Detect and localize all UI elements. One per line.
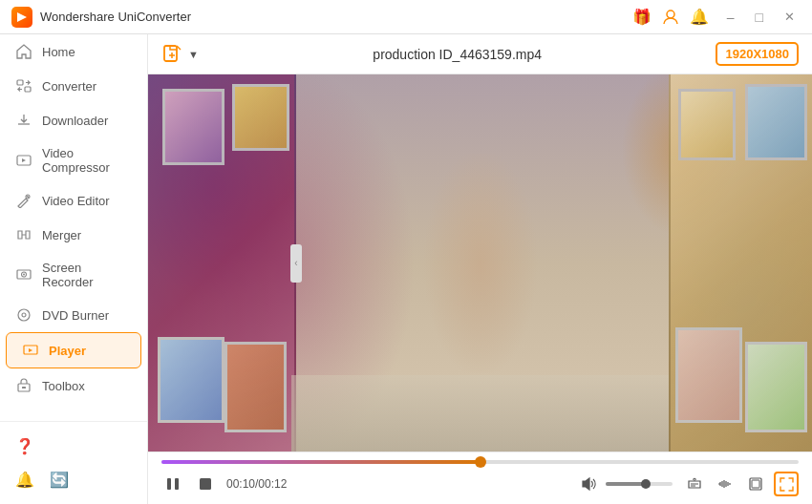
sidebar: Home Converter Downloader [0,34,148,504]
sidebar-label-dvd-burner: DVD Burner [42,308,109,323]
video-compressor-icon [15,152,32,169]
titlebar: Wondershare UniConverter 🎁 🔔 – □ ✕ [0,0,812,34]
time-display: 00:10/00:12 [226,477,287,491]
content-area: ▼ production ID_4463159.mp4 1920X1080 [148,34,812,504]
notification-bottom-icon[interactable]: 🔔 [15,471,34,489]
svg-rect-13 [22,387,26,388]
sidebar-item-home[interactable]: Home [0,34,147,69]
collapse-sidebar-handle[interactable]: ‹ [290,244,302,283]
gift-icon[interactable]: 🎁 [631,7,652,28]
add-file-icon [161,43,184,66]
crop-icon [748,476,763,492]
sidebar-help-button[interactable]: ❓ [0,430,147,463]
refresh-icon[interactable]: 🔄 [50,471,69,489]
stop-icon [199,477,212,491]
sidebar-label-toolbox: Toolbox [42,379,85,393]
downloader-icon [15,112,32,129]
sidebar-item-player[interactable]: Player [6,332,141,368]
sidebar-label-player: Player [49,344,86,358]
svg-rect-19 [752,480,759,488]
video-controls: 00:10/00:12 [148,452,812,504]
merger-icon [15,226,32,243]
fullscreen-icon [780,477,794,492]
svg-rect-17 [200,478,211,490]
sidebar-label-video-compressor: Video Compressor [42,146,132,175]
person-figure [404,154,557,373]
svg-marker-0 [17,12,27,22]
painting-left [148,74,296,452]
volume-button[interactable] [577,472,600,495]
svg-rect-3 [25,87,31,92]
screen-recorder-icon [15,266,32,284]
crop-button[interactable] [743,472,768,496]
stop-button[interactable] [194,472,217,495]
svg-rect-2 [17,80,23,85]
pause-icon [165,476,181,492]
minimize-button[interactable]: – [721,8,740,27]
right-controls [682,472,799,496]
logo-icon [15,10,29,24]
svg-point-9 [18,309,30,321]
resolution-badge[interactable]: 1920X1080 [716,42,799,66]
volume-slider[interactable] [606,482,673,486]
main-layout: Home Converter Downloader [0,34,812,504]
svg-point-8 [23,274,25,276]
painting-right [669,74,812,452]
home-icon [15,43,32,60]
sidebar-item-downloader[interactable]: Downloader [0,103,147,137]
volume-icon [581,476,596,492]
maximize-button[interactable]: □ [750,8,769,27]
add-file-button[interactable]: ▼ [161,43,199,66]
sidebar-label-video-editor: Video Editor [42,194,110,208]
add-file-chevron: ▼ [188,49,199,60]
sidebar-label-home: Home [42,45,75,59]
svg-point-1 [667,10,674,18]
sidebar-label-converter: Converter [42,79,96,94]
sidebar-label-merger: Merger [42,228,81,242]
app-title: Wondershare UniConverter [40,10,631,24]
user-icon[interactable] [660,7,681,28]
player-icon [22,342,39,359]
audio-button[interactable] [713,472,737,496]
video-filename: production ID_4463159.mp4 [210,47,705,62]
app-logo [11,7,32,28]
sidebar-label-downloader: Downloader [42,114,108,128]
svg-point-10 [22,313,26,317]
volume-fill [606,482,646,486]
video-container: ‹ [148,74,812,452]
converter-icon [15,77,32,94]
subtitle-button[interactable] [682,472,707,496]
sidebar-item-video-editor[interactable]: Video Editor [0,183,147,218]
volume-thumb [641,479,651,489]
sidebar-item-screen-recorder[interactable]: Screen Recorder [0,252,147,298]
sidebar-item-merger[interactable]: Merger [0,218,147,252]
close-button[interactable]: ✕ [779,8,801,26]
dvd-burner-icon [15,306,32,324]
pause-button[interactable] [161,472,184,495]
sidebar-item-toolbox[interactable]: Toolbox [0,368,147,403]
sidebar-label-screen-recorder: Screen Recorder [42,261,132,289]
subtitle-icon [687,476,702,492]
sidebar-item-converter[interactable]: Converter [0,69,147,103]
fullscreen-button[interactable] [774,472,799,496]
controls-row: 00:10/00:12 [161,472,799,496]
titlebar-actions: 🎁 🔔 [631,7,710,28]
sidebar-item-dvd-burner[interactable]: DVD Burner [0,298,147,332]
svg-rect-16 [175,478,179,490]
svg-rect-15 [167,478,171,490]
sidebar-item-video-compressor[interactable]: Video Compressor [0,137,147,183]
notification-icon[interactable]: 🔔 [689,7,710,28]
progress-thumb [475,456,486,468]
volume-area [577,472,673,495]
progress-fill [161,460,481,464]
window-controls: – □ ✕ [721,8,801,27]
help-icon: ❓ [15,437,34,455]
video-editor-icon [15,192,32,209]
waveform-icon [717,476,733,492]
floor [291,375,669,452]
toolbox-icon [15,377,32,394]
sidebar-bottom: ❓ 🔔 🔄 [0,421,147,504]
progress-bar[interactable] [161,460,799,464]
video-toolbar: ▼ production ID_4463159.mp4 1920X1080 [148,34,812,74]
